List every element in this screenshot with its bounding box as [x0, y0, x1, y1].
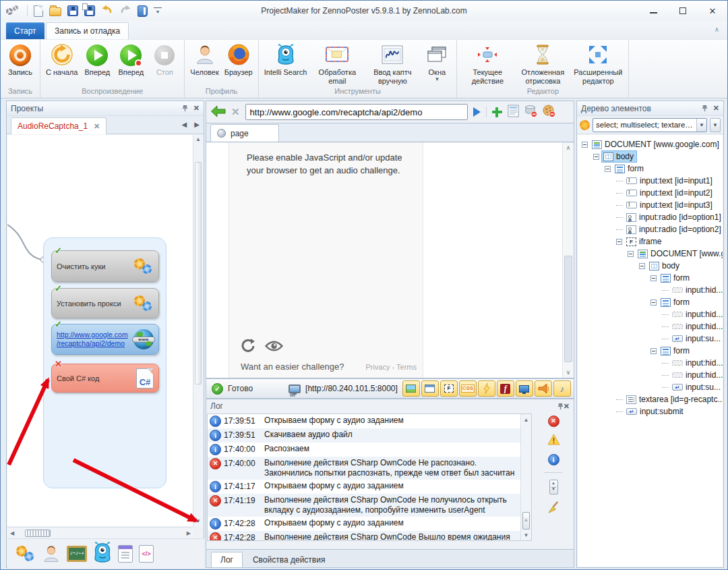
tree-node[interactable]: input:hid... — [578, 284, 723, 296]
visual-challenge-icon[interactable] — [265, 340, 283, 352]
scroll-left-icon[interactable]: ◀ — [10, 530, 14, 536]
tab-action-properties[interactable]: Свойства действия — [244, 552, 334, 567]
scroll-thumb[interactable]: ≡ — [522, 512, 530, 530]
project-tabs-prev-icon[interactable]: ◀ — [182, 121, 187, 128]
tree-node[interactable]: Iinput:text [id=input2] — [578, 187, 723, 199]
error-filter-icon[interactable]: ✕ — [548, 416, 559, 427]
tree-filter-select[interactable]: select; multiselect; textarea;... ▼ — [593, 118, 707, 132]
notebook-icon[interactable] — [138, 5, 148, 17]
tree-expand-icon[interactable] — [650, 348, 657, 354]
project-tab-close-icon[interactable]: ✕ — [94, 122, 100, 131]
chalkboard-icon[interactable]: 2+2=4 — [67, 546, 87, 562]
redo-icon[interactable] — [119, 5, 131, 17]
tree-node[interactable]: Fiframe — [578, 235, 723, 248]
tree-node[interactable]: textarea [id=g-recaptc... — [578, 393, 723, 405]
ribbon-collapse-icon[interactable]: ∧ — [715, 26, 719, 33]
add-tab-icon[interactable] — [492, 107, 502, 117]
monster-icon[interactable] — [93, 542, 112, 565]
warning-filter-icon[interactable] — [547, 434, 560, 447]
canvas-horizontal-scrollbar[interactable]: ◀ ▶ — [7, 527, 193, 538]
scroll-thumb[interactable] — [564, 256, 572, 362]
new-file-icon[interactable] — [34, 5, 43, 17]
ribbon-button-person[interactable]: Человек — [188, 42, 220, 78]
toggle-megaphone-button[interactable] — [535, 380, 552, 397]
scroll-thumb[interactable] — [195, 162, 202, 384]
tree-node[interactable]: form — [578, 163, 723, 175]
save-icon[interactable] — [67, 5, 78, 16]
ribbon-button-play[interactable]: Вперед — [81, 42, 113, 78]
tree-node[interactable]: Iinput:text [id=input3] — [578, 199, 723, 211]
reload-challenge-icon[interactable] — [241, 339, 255, 353]
tree-expand-icon[interactable] — [650, 275, 657, 281]
clear-log-icon[interactable] — [547, 501, 560, 516]
ribbon-button-replay[interactable]: С начала — [44, 42, 80, 78]
scroll-down-icon[interactable]: ▼ — [521, 531, 531, 540]
pin-icon[interactable] — [702, 105, 708, 112]
ribbon-button-hourglass[interactable]: Отложенная отрисовка — [516, 42, 570, 87]
error-filter-icon[interactable]: ✕ — [548, 416, 559, 427]
code-doc-icon[interactable]: </> — [139, 545, 154, 563]
tree-node[interactable]: body — [578, 260, 723, 272]
info-filter-icon[interactable]: i — [548, 454, 559, 465]
ribbon-button-stop[interactable]: Стоп — [148, 42, 181, 78]
highlight-settings-icon[interactable] — [580, 120, 590, 130]
toggle-sound-button[interactable]: ♪ — [553, 380, 571, 397]
tree-node[interactable]: form — [578, 345, 723, 357]
tree-expand-icon[interactable] — [616, 239, 622, 245]
element-tree-close-icon[interactable]: ✕ — [713, 104, 719, 113]
flow-block[interactable]: ✕Свой C# кодC# — [51, 364, 159, 393]
open-folder-icon[interactable] — [49, 7, 61, 16]
go-icon[interactable] — [473, 107, 481, 117]
flow-block[interactable]: ✓Очистить куки — [51, 250, 159, 282]
tree-node[interactable]: input:hid... — [578, 357, 723, 369]
tree-node[interactable]: input:radio [id=option2] — [578, 223, 723, 235]
tree-node[interactable]: input:radio [id=option1] — [578, 211, 723, 223]
pin-icon[interactable] — [557, 403, 564, 410]
scroll-down-icon[interactable]: ∨ — [563, 367, 574, 378]
flowchart-canvas[interactable]: ✓Очистить куки✓Установить прокси✓http://… — [7, 135, 193, 526]
log-panel-close-icon[interactable]: ✕ — [564, 402, 570, 411]
scroll-thumb[interactable] — [25, 530, 51, 537]
flow-block[interactable]: ✓http://www.google.com/recaptcha/api2/de… — [51, 324, 159, 355]
flow-block[interactable]: ✓Установить прокси — [51, 288, 159, 318]
tree-node[interactable]: Iinput:text [id=input1] — [578, 175, 723, 187]
tree-node[interactable]: ↵input:submit — [578, 405, 723, 418]
tree-node[interactable]: input:hid... — [578, 320, 723, 333]
privacy-link[interactable]: Privacy — [365, 363, 390, 371]
log-entry[interactable]: ✕17:42:28Выполнение действия CSharp OwnC… — [208, 531, 520, 541]
clear-cache-icon[interactable] — [524, 105, 537, 119]
ribbon-button-record[interactable]: Запись — [4, 42, 36, 78]
clear-cookies-icon[interactable] — [543, 105, 555, 119]
extra-dropdown-icon[interactable]: ▼ — [710, 118, 721, 132]
gears-icon[interactable] — [16, 545, 36, 563]
browser-tab-page[interactable]: page — [210, 124, 279, 142]
ribbon-button-captcha[interactable]: Ввод каптч вручную — [365, 42, 419, 87]
tree-node[interactable]: body — [578, 150, 723, 163]
tree-node[interactable]: input:hid... — [578, 308, 723, 320]
ribbon-button-monster[interactable]: Intelli Search — [262, 42, 309, 78]
combo-dropdown-icon[interactable]: ▼ — [696, 119, 706, 132]
tree-node[interactable]: ↵input:su... — [578, 333, 723, 345]
log-entry[interactable]: i17:42:28Открываем форму с аудио задание… — [208, 517, 520, 531]
scroll-down-icon[interactable]: ▼ — [193, 517, 203, 526]
tree-expand-icon[interactable] — [650, 300, 657, 306]
dom-tree[interactable]: DOCUMENT [www.google.com]bodyformIinput:… — [578, 135, 723, 567]
tree-node[interactable]: ↵input:su... — [578, 381, 723, 393]
list-doc-icon[interactable] — [118, 545, 133, 563]
browser-viewport[interactable]: Please enable JavaScript and/or update y… — [206, 142, 574, 378]
log-entry[interactable]: i17:39:51Скачиваем аудио файл — [208, 428, 520, 443]
projects-panel-close-icon[interactable]: ✕ — [193, 104, 200, 113]
terms-link[interactable]: Terms — [396, 363, 417, 371]
ribbon-tab-record-debug[interactable]: Запись и отладка — [46, 22, 129, 39]
toggle-flash-button[interactable]: f — [497, 380, 514, 397]
ribbon-tab-start[interactable]: Старт — [6, 22, 44, 39]
log-entry[interactable]: ✕17:40:00Выполнение действия CSharp OwnC… — [208, 457, 520, 480]
info-filter-icon[interactable]: i — [548, 454, 559, 465]
zoom-stepper-icon[interactable]: ▲▼ — [549, 480, 558, 494]
toggle-lightning-button[interactable] — [478, 380, 495, 397]
clear-log-icon[interactable] — [547, 501, 560, 516]
toggle-popup-button[interactable] — [421, 380, 439, 397]
ribbon-button-play-step[interactable]: Вперед — [115, 42, 147, 78]
log-entry[interactable]: i17:39:51Открываем форму с аудио задание… — [208, 414, 520, 428]
scroll-right-icon[interactable]: ▶ — [187, 530, 191, 536]
